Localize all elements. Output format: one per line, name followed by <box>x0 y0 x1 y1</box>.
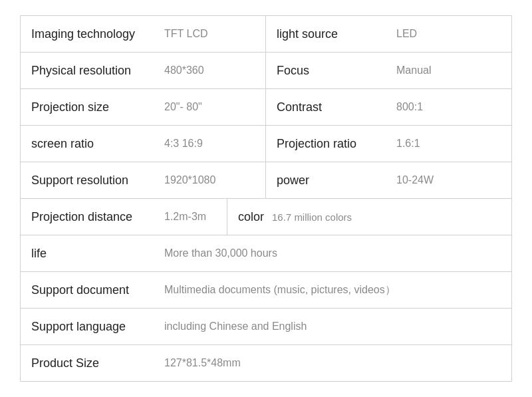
value-color: 16.7 million colors <box>272 211 352 223</box>
value-contrast: 800:1 <box>386 94 511 120</box>
value-focus: Manual <box>386 58 511 83</box>
value-life: More than 30,000 hours <box>154 241 511 266</box>
table-row: screen ratio 4:3 16:9 Projection ratio 1… <box>21 126 511 162</box>
specs-table: Imaging technology TFT LCD light source … <box>20 15 512 382</box>
label-projection-distance: Projection distance <box>21 203 154 231</box>
value-screen-ratio: 4:3 16:9 <box>154 131 265 156</box>
value-support-document: Multimedia documents (music, pictures, v… <box>154 277 511 304</box>
value-product-size: 127*81.5*48mm <box>154 350 511 376</box>
color-section: color 16.7 million colors <box>227 203 511 231</box>
label-support-resolution: Support resolution <box>21 167 154 194</box>
value-projection-distance: 1.2m-3m <box>154 204 227 229</box>
value-projection-ratio: 1.6:1 <box>386 131 511 156</box>
value-physical-resolution: 480*360 <box>154 58 265 83</box>
value-imaging-technology: TFT LCD <box>154 21 265 47</box>
label-light-source: light source <box>266 21 386 48</box>
label-support-document: Support document <box>21 277 154 304</box>
table-row: Support document Multimedia documents (m… <box>21 272 511 309</box>
label-physical-resolution: Physical resolution <box>21 57 154 84</box>
value-power: 10-24W <box>386 168 511 193</box>
table-row: Support language including Chinese and E… <box>21 309 511 345</box>
label-projection-size: Projection size <box>21 94 154 121</box>
value-support-language: including Chinese and English <box>154 314 511 339</box>
table-row: Support resolution 1920*1080 power 10-24… <box>21 162 511 199</box>
label-product-size: Product Size <box>21 350 154 377</box>
label-color: color <box>238 210 264 224</box>
label-power: power <box>266 167 386 194</box>
table-row: Projection size 20"- 80" Contrast 800:1 <box>21 89 511 126</box>
label-contrast: Contrast <box>266 94 386 121</box>
value-light-source: LED <box>386 21 511 47</box>
table-row: Projection distance 1.2m-3m color 16.7 m… <box>21 199 511 235</box>
label-life: life <box>21 240 154 267</box>
label-focus: Focus <box>266 57 386 84</box>
table-row: Imaging technology TFT LCD light source … <box>21 16 511 53</box>
table-row: Product Size 127*81.5*48mm <box>21 345 511 382</box>
label-screen-ratio: screen ratio <box>21 130 154 158</box>
value-support-resolution: 1920*1080 <box>154 168 265 193</box>
label-support-language: Support language <box>21 313 154 340</box>
value-projection-size: 20"- 80" <box>154 94 265 120</box>
table-row: life More than 30,000 hours <box>21 235 511 272</box>
label-projection-ratio: Projection ratio <box>266 130 386 158</box>
table-row: Physical resolution 480*360 Focus Manual <box>21 53 511 89</box>
label-imaging-technology: Imaging technology <box>21 21 154 48</box>
